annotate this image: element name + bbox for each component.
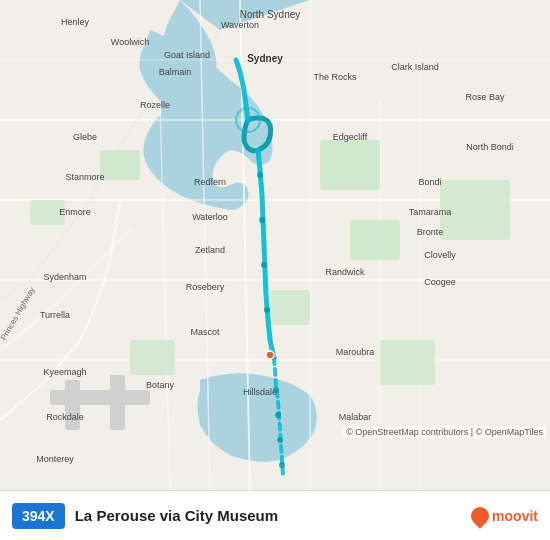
svg-text:Woolwich: Woolwich [111,37,149,47]
svg-point-67 [266,351,274,359]
svg-text:Redfern: Redfern [194,177,226,187]
svg-point-65 [261,262,267,268]
svg-text:Rose Bay: Rose Bay [465,92,505,102]
svg-rect-14 [100,150,140,180]
svg-text:Balmain: Balmain [159,67,192,77]
moovit-label: moovit [492,508,538,524]
svg-text:Kyeemagh: Kyeemagh [43,367,86,377]
svg-rect-19 [130,340,175,375]
footer-bar: 394X La Perouse via City Museum moovit [0,490,550,540]
svg-point-70 [277,437,283,443]
svg-rect-20 [380,340,435,385]
map-background: North Sydney Henley Woolwich Waverton Go… [0,0,550,490]
svg-text:Waterloo: Waterloo [192,212,228,222]
svg-text:Clark Island: Clark Island [391,62,439,72]
svg-text:Randwick: Randwick [325,267,365,277]
svg-text:North Bondi: North Bondi [466,142,514,152]
svg-text:North Sydney: North Sydney [240,9,301,20]
svg-point-66 [264,307,270,313]
svg-text:Bronte: Bronte [417,227,444,237]
svg-rect-18 [270,290,310,325]
svg-point-64 [259,217,265,223]
svg-point-69 [275,412,281,418]
svg-text:Waverton: Waverton [221,20,259,30]
svg-text:Malabar: Malabar [339,412,372,422]
svg-text:Sydenham: Sydenham [43,272,86,282]
map-attribution: © OpenStreetMap contributors | © OpenMap… [343,426,546,438]
svg-text:Rosebery: Rosebery [186,282,225,292]
route-badge: 394X [12,503,65,529]
svg-text:Turrella: Turrella [40,310,70,320]
svg-text:Enmore: Enmore [59,207,91,217]
svg-text:Hillsdale: Hillsdale [243,387,277,397]
map-container: North Sydney Henley Woolwich Waverton Go… [0,0,550,490]
svg-text:Tamarama: Tamarama [409,207,452,217]
svg-text:Stanmore: Stanmore [65,172,104,182]
svg-text:Maroubra: Maroubra [336,347,375,357]
svg-text:Bondi: Bondi [418,177,441,187]
svg-text:Rockdale: Rockdale [46,412,84,422]
svg-text:Edgecliff: Edgecliff [333,132,368,142]
svg-text:Glebe: Glebe [73,132,97,142]
svg-rect-24 [110,375,125,430]
svg-text:Mascot: Mascot [190,327,220,337]
svg-text:Rozelle: Rozelle [140,100,170,110]
svg-rect-23 [65,380,80,430]
svg-point-71 [279,462,285,468]
svg-text:Monterey: Monterey [36,454,74,464]
svg-text:The Rocks: The Rocks [313,72,357,82]
svg-text:Botany: Botany [146,380,175,390]
moovit-pin-icon [467,503,492,528]
svg-text:Sydney: Sydney [247,53,283,64]
svg-text:Clovelly: Clovelly [424,250,456,260]
svg-text:Goat Island: Goat Island [164,50,210,60]
svg-point-68 [273,387,279,393]
svg-rect-15 [320,140,380,190]
svg-point-63 [257,172,263,178]
svg-text:Henley: Henley [61,17,90,27]
moovit-logo: moovit [471,507,538,525]
svg-text:Zetland: Zetland [195,245,225,255]
svg-rect-16 [350,220,400,260]
svg-text:Coogee: Coogee [424,277,456,287]
route-name: La Perouse via City Museum [75,507,461,524]
